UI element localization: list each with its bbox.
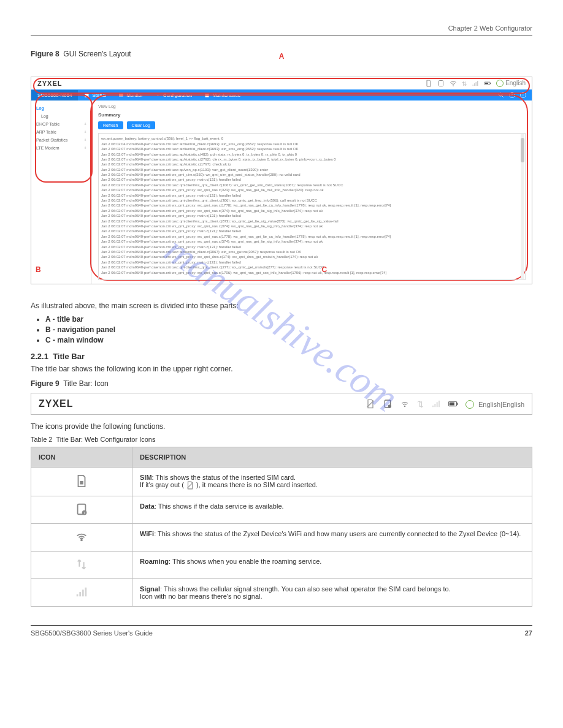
desc-cell: Signal: This shows the cellular signal s… [132, 579, 532, 607]
nav-tab-bar: SBG3600-N604 Status Monitor Configuratio… [31, 89, 532, 100]
fig9-caption: Figure 9 Title Bar: Icon [31, 378, 532, 389]
sidebar-item-packet[interactable]: Packet Statistics+ [34, 136, 89, 144]
title-bar-icons: ⇅ English [425, 80, 526, 87]
titlebar-screenshot: ZYXEL ⇅ English|English [31, 393, 532, 415]
desc-cell: Roaming: This shows when you enable the … [132, 552, 532, 579]
wifi-icon [400, 399, 410, 409]
log-line: Jan 2 06:02:07 mdm9640-perf daemon.crit … [101, 167, 523, 172]
svg-rect-19 [450, 403, 454, 406]
footer-rule [31, 625, 532, 626]
tab-monitor[interactable]: Monitor [112, 90, 149, 100]
log-line: Jan 2 06:02:07 mdm9640-perf daemon.crit … [101, 193, 523, 198]
search-icon[interactable] [497, 91, 505, 99]
log-line: Jan 2 06:02:07 mdm9640-perf daemon.crit … [101, 234, 523, 239]
svg-text:i: i [523, 93, 523, 97]
log-line: Jan 2 06:02:07 mdm9640-perf daemon.crit … [101, 265, 523, 270]
log-line: Jan 2 06:02:07 mdm9640-perf daemon.crit … [101, 146, 523, 151]
log-line: Jan 2 06:02:07 mdm9640-perf daemon.crit … [101, 152, 523, 157]
log-line: Jan 2 06:02:04 mdm9640-perf daemon.crit … [101, 142, 523, 146]
sidebar-item-log-child[interactable]: Log [34, 112, 89, 120]
log-line: Jan 2 06:02:07 mdm9640-perf daemon.crit … [101, 239, 523, 244]
svg-rect-3 [490, 83, 491, 84]
svg-point-25 [80, 539, 83, 542]
log-line: wx.ant.power_battery: battery_control.c(… [101, 136, 523, 141]
log-line: Jan 2 06:02:07 mdm9640-perf daemon.crit … [101, 208, 523, 213]
sim-icon [366, 399, 375, 409]
svg-rect-20 [80, 481, 83, 485]
log-line: Jan 2 06:02:07 mdm9640-perf daemon.crit … [101, 157, 523, 162]
tab-status[interactable]: Status [78, 90, 112, 100]
svg-point-7 [157, 94, 158, 96]
callout-a: A [279, 52, 285, 61]
list-item: B - navigation panel [45, 325, 532, 334]
log-line: Jan 2 06:02:07 mdm9640-perf daemon.crit … [101, 270, 523, 275]
sidebar-item-log[interactable]: Log [34, 104, 89, 112]
svg-rect-4 [485, 83, 488, 84]
gui-screenshot: ZYXEL ⇅ English SBG3600-N604 Status Moni… [31, 77, 532, 284]
roaming-icon: ⇅ [417, 400, 424, 409]
wifi-icon [31, 524, 132, 552]
header-rule [31, 36, 532, 36]
log-line: Jan 2 06:02:07 mdm9640-perf daemon.crit … [101, 213, 523, 218]
table-row: iData: This shows if the data service is… [31, 496, 532, 524]
breadcrumb: View Log [98, 104, 526, 108]
log-line: Jan 2 06:02:07 mdm9640-perf daemon.crit … [101, 224, 523, 229]
sidebar-item-lte[interactable]: LTE Modem+ [34, 144, 89, 152]
table-row: SIM: This shows the status of the insert… [31, 468, 532, 496]
help-icon[interactable]: ? [508, 91, 516, 99]
language-label[interactable]: English|English [478, 401, 524, 408]
globe-icon [496, 80, 504, 87]
tab-maintenance[interactable]: Maintenance [198, 90, 247, 100]
icons-table: ICON DESCRIPTION SIM: This shows the sta… [31, 447, 532, 607]
info-icon[interactable]: i [519, 91, 527, 99]
svg-rect-0 [439, 81, 443, 86]
table-caption: Table 2 Title Bar: Web Configurator Icon… [31, 436, 532, 443]
log-line: Jan 2 06:02:07 mdm9640-perf daemon.crit … [101, 203, 523, 208]
tab-configuration[interactable]: Configuration [149, 90, 199, 100]
data-icon: i [31, 496, 132, 524]
desc-cell: WiFi: This shows the status of the Zyxel… [132, 524, 532, 552]
signal-icon [472, 80, 479, 87]
log-line: Jan 2 06:02:07 mdm9640-perf daemon.crit … [101, 260, 523, 265]
clear-log-button[interactable]: Clear Log [127, 121, 155, 129]
log-line: Jan 2 06:02:07 mdm9640-perf daemon.crit … [101, 219, 523, 224]
wifi-icon [450, 80, 457, 87]
sidebar: Log Log DHCP Table+ ARP Table+ Packet St… [31, 100, 92, 284]
signal-icon [31, 579, 132, 607]
col-icon: ICON [31, 447, 132, 468]
refresh-button[interactable]: Refresh [98, 121, 123, 129]
list-item: A - title bar [45, 315, 532, 324]
sidebar-item-arp[interactable]: ARP Table+ [34, 128, 89, 136]
callout-b: B [36, 265, 41, 274]
log-line: Jan 2 06:02:07 mdm9640-perf daemon.crit … [101, 183, 523, 188]
callout-c: C [321, 265, 327, 274]
svg-rect-5 [85, 93, 89, 97]
svg-point-15 [388, 405, 391, 408]
svg-point-16 [404, 406, 406, 408]
footer-title: SBG5500/SBG3600 Series User's Guide [31, 629, 153, 637]
paragraph: The icons provide the following function… [31, 421, 532, 432]
roaming-icon [31, 552, 132, 579]
page-number: 27 [525, 629, 532, 637]
log-line: Jan 2 06:02:07 mdm9640-perf daemon.crit … [101, 162, 523, 167]
section-heading: 2.2.1 Title Bar [31, 352, 532, 361]
log-line: Jan 2 06:02:07 mdm9640-perf daemon.crit … [101, 188, 523, 192]
sidebar-item-dhcp[interactable]: DHCP Table+ [34, 120, 89, 128]
svg-text:?: ? [511, 93, 513, 97]
svg-rect-6 [119, 94, 123, 97]
data-icon [383, 399, 393, 409]
battery-icon [484, 80, 491, 87]
scrollbar[interactable] [521, 134, 524, 279]
table-row: WiFi: This shows the status of the Zyxel… [31, 524, 532, 552]
log-line: Jan 2 06:02:07 mdm9640-perf daemon.crit … [101, 177, 523, 182]
brand-logo: ZYXEL [37, 80, 62, 87]
sim-icon [31, 468, 132, 496]
log-line: Jan 2 06:02:07 mdm9640-perf daemon.crit … [101, 249, 523, 254]
globe-icon [465, 400, 474, 409]
paragraph: The title bar shows the following icon i… [31, 363, 532, 374]
doc-chapter: Chapter 2 Web Configurator [31, 25, 532, 32]
device-tab[interactable]: SBG3600-N604 [31, 90, 78, 100]
svg-rect-18 [457, 403, 458, 406]
table-row: Signal: This shows the cellular signal s… [31, 579, 532, 607]
log-viewer[interactable]: wx.ant.power_battery: battery_control.c(… [98, 133, 526, 280]
